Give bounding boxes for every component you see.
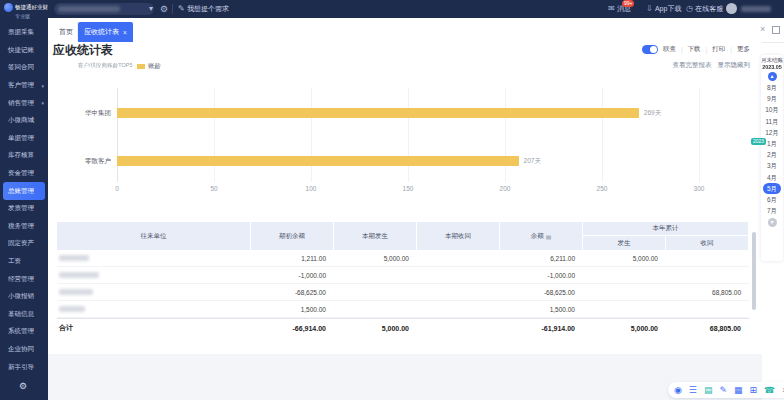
- sidebar-item-19[interactable]: 新手引导: [0, 358, 48, 376]
- month-item-4月[interactable]: 4月: [761, 172, 783, 183]
- linkage-toggle-label: 联查: [663, 45, 676, 54]
- month-item-8月[interactable]: 8月: [761, 82, 783, 93]
- month-item-9月[interactable]: 9月: [761, 93, 783, 104]
- sidebar-item-label: 企业协同: [8, 345, 34, 354]
- download-button[interactable]: 下载: [688, 45, 701, 54]
- linkage-toggle[interactable]: [642, 45, 658, 54]
- sidebar-item-6[interactable]: 单据管理: [0, 130, 48, 148]
- app-download-icon: ⇩: [646, 4, 655, 13]
- sidebar-item-18[interactable]: 企业协同: [0, 341, 48, 359]
- table-header: 往来单位期初余额本期发生本期收回余额 ▤本年累计发生收回: [57, 222, 749, 250]
- tab-home[interactable]: 首页: [55, 22, 78, 42]
- sidebar-item-9[interactable]: 总账管理: [3, 182, 45, 200]
- dock-grid-icon[interactable]: ⊞: [750, 382, 758, 398]
- sidebar-item-7[interactable]: 库存核算: [0, 147, 48, 165]
- table-row-0: 1,211.005,000.006,211.005,000.00: [57, 250, 749, 267]
- balance-filter-icon[interactable]: ▤: [546, 233, 552, 240]
- search-caret-icon[interactable]: ▾: [149, 0, 153, 18]
- sidebar-settings-gear-icon[interactable]: ⚙: [19, 381, 27, 391]
- online-service-icon: ◷: [686, 4, 695, 13]
- total-label: 合计: [57, 323, 251, 333]
- year-badge: 2023: [751, 138, 766, 145]
- app-window: ▾ ⚙ ✎ 我想提个需求 ✉ 消息 99+ ⇩ App下载 ◷ 在线客服 畅捷通…: [0, 0, 784, 400]
- message-badge: 99+: [622, 0, 634, 7]
- sidebar-item-label: 小微报销: [8, 292, 34, 301]
- sidebar-menu: 票据采集快捷记账签回合同客户管理▾销售管理▾小微商城单据管理库存核算资金管理总账…: [0, 24, 48, 376]
- show-hide-columns-link[interactable]: 显示隐藏列: [718, 61, 751, 70]
- table-total-row: 合计-66,914.005,000.00-61,914.005,000.0068…: [57, 318, 749, 337]
- feedback-icon: ✎: [178, 4, 187, 13]
- customer-name-blurred: [59, 272, 99, 278]
- table-cell: -61,914.00: [500, 325, 583, 332]
- month-nav-down-icon[interactable]: ▾: [768, 218, 777, 227]
- sidebar: 畅捷通好业财 专业版 票据采集快捷记账签回合同客户管理▾销售管理▾小微商城单据管…: [0, 0, 48, 400]
- toolbar-separator: |: [681, 46, 683, 53]
- more-button[interactable]: 更多: [737, 45, 750, 54]
- dock-report-icon[interactable]: ▦: [734, 382, 743, 398]
- sidebar-item-13[interactable]: 工资: [0, 253, 48, 271]
- sidebar-item-label: 销售管理: [8, 99, 34, 108]
- sidebar-item-8[interactable]: 资金管理: [0, 165, 48, 183]
- sidebar-item-15[interactable]: 小微报销: [0, 288, 48, 306]
- sidebar-item-14[interactable]: 经营管理: [0, 270, 48, 288]
- table-cell: -68,625.00: [251, 289, 334, 296]
- online-service-button[interactable]: ◷ 在线客服: [686, 0, 723, 18]
- table-header-cell: 余额 ▤: [500, 222, 583, 250]
- dock-monitor-icon[interactable]: ▤: [704, 382, 713, 398]
- sidebar-item-3[interactable]: 客户管理▾: [0, 77, 48, 95]
- global-search-input[interactable]: [54, 3, 154, 15]
- app-download-button[interactable]: ⇩ App下载: [646, 0, 681, 18]
- table-cell: 5,000.00: [583, 255, 666, 262]
- chart-title: 客户/供应商账龄TOP5: [78, 61, 132, 69]
- month-item-12月[interactable]: 12月: [761, 127, 783, 138]
- settings-gear-icon[interactable]: ⚙: [160, 0, 168, 18]
- customer-name-blurred: [59, 255, 89, 261]
- sidebar-item-16[interactable]: 基础信息: [0, 306, 48, 324]
- month-nav-up-icon[interactable]: ▴: [768, 72, 777, 81]
- sidebar-item-2[interactable]: 签回合同: [0, 59, 48, 77]
- tab-close-icon[interactable]: ×: [123, 29, 127, 36]
- sidebar-item-10[interactable]: 发票管理: [0, 200, 48, 218]
- dock-list-icon[interactable]: ☰: [689, 382, 697, 398]
- table-scrollbar[interactable]: [752, 232, 756, 310]
- sidebar-item-5[interactable]: 小微商城: [0, 112, 48, 130]
- table-header-cell: 本期发生: [334, 222, 417, 250]
- sidebar-item-label: 库存核算: [8, 151, 34, 160]
- dock-user-circle-icon[interactable]: ◉: [674, 382, 682, 398]
- view-full-report-link[interactable]: 查看完整报表: [673, 61, 712, 70]
- sidebar-item-0[interactable]: 票据采集: [0, 24, 48, 42]
- legend-label: 账龄: [148, 62, 161, 71]
- month-item-10月[interactable]: 10月: [761, 104, 783, 115]
- window-fullscreen-icon[interactable]: [772, 26, 780, 34]
- dock-phone-icon[interactable]: ☎: [764, 382, 775, 398]
- table-cell: [57, 272, 251, 278]
- month-item-11月[interactable]: 11月: [761, 116, 783, 127]
- month-item-7月[interactable]: 7月: [761, 205, 783, 216]
- sidebar-item-11[interactable]: 税务管理: [0, 218, 48, 236]
- sidebar-item-4[interactable]: 销售管理▾: [0, 94, 48, 112]
- month-close-panel-title: 月末结账: [761, 57, 783, 63]
- table-header-cell: 往来单位: [57, 222, 251, 250]
- sidebar-item-label: 新手引导: [8, 363, 34, 372]
- table-header-cell: 收回: [666, 236, 749, 250]
- month-item-5月[interactable]: 5月: [763, 183, 781, 194]
- feedback-button[interactable]: ✎ 我想提个需求: [178, 0, 229, 18]
- month-item-6月[interactable]: 6月: [761, 194, 783, 205]
- table-header-cell-group-label: 本年累计: [583, 222, 749, 236]
- month-item-2月[interactable]: 2月: [761, 149, 783, 160]
- sidebar-item-12[interactable]: 固定资产: [0, 235, 48, 253]
- avatar[interactable]: [726, 3, 737, 14]
- print-button[interactable]: 打印: [712, 45, 725, 54]
- sidebar-item-17[interactable]: 系统管理: [0, 323, 48, 341]
- table-cell: 68,805.00: [666, 289, 749, 296]
- sidebar-item-1[interactable]: 快捷记账: [0, 42, 48, 60]
- window-close-icon[interactable]: ×: [760, 24, 765, 34]
- top-bar: ▾ ⚙ ✎ 我想提个需求 ✉ 消息 99+ ⇩ App下载 ◷ 在线客服: [0, 0, 784, 18]
- customer-name-blurred: [59, 289, 93, 295]
- bottom-strip: [48, 354, 762, 400]
- tab-active-receivables[interactable]: 应收统计表 ×: [78, 22, 133, 42]
- table-cell: [57, 306, 251, 312]
- month-item-3月[interactable]: 3月: [761, 160, 783, 171]
- dock-edit-icon[interactable]: ✎: [719, 382, 727, 398]
- sidebar-item-label: 票据采集: [8, 28, 34, 37]
